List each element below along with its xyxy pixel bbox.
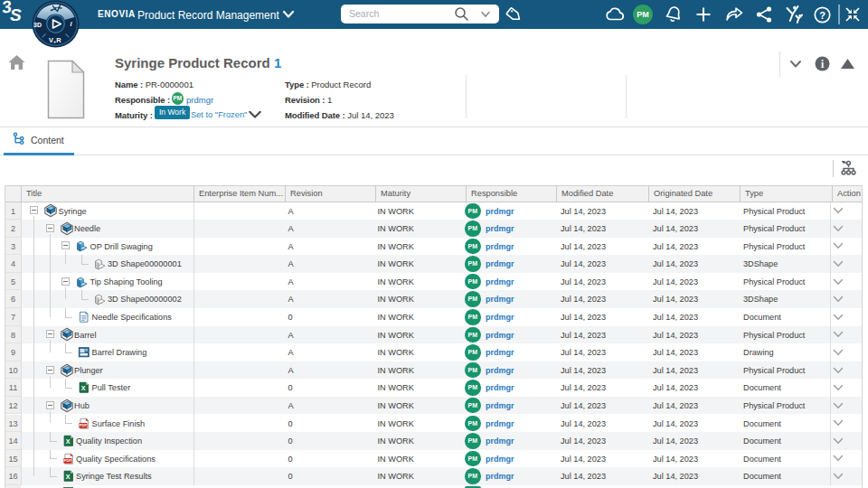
svg-text:?: ?	[819, 10, 826, 21]
svg-text:3D: 3D	[33, 22, 42, 28]
